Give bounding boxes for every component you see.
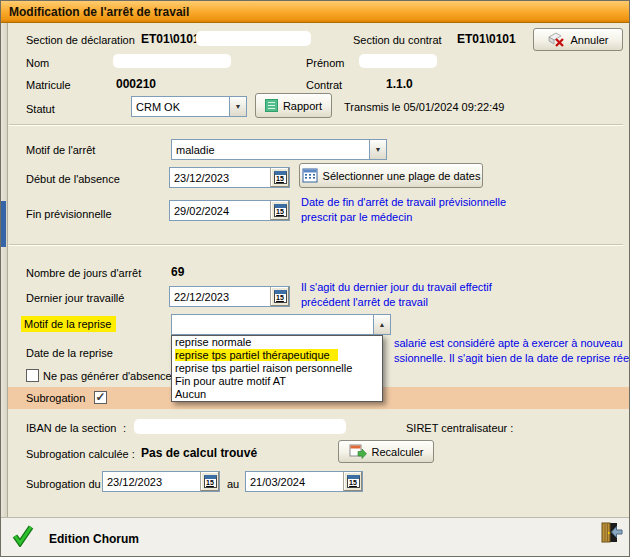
subrogation-du-label: Subrogation du: [26, 478, 101, 491]
motif-reprise-label: Motif de la reprise: [21, 316, 116, 332]
statut-label: Statut: [26, 103, 55, 116]
report-icon: [265, 99, 278, 112]
fin-previsionnelle-datefield[interactable]: 29/02/2024 15: [169, 200, 290, 221]
jours-arret-value: 69: [171, 266, 184, 279]
option-label: Fin pour autre motif AT: [175, 375, 286, 387]
prenom-label: Prénom: [306, 57, 345, 70]
option-label: reprise tps partiel raison personnelle: [175, 362, 352, 374]
section-contrat-label: Section du contrat: [353, 34, 442, 47]
recalculer-button[interactable]: Recalculer: [338, 440, 434, 463]
option-label: Aucun: [175, 388, 206, 400]
date-picker-button[interactable]: 15: [270, 168, 289, 187]
debut-absence-datefield[interactable]: 23/12/2023 15: [169, 167, 290, 188]
iban-colon: :: [123, 422, 126, 435]
subrogation-calculee-value: Pas de calcul trouvé: [141, 447, 257, 460]
jours-arret-label: Nombre de jours d'arrêt: [26, 267, 141, 280]
siret-label: SIRET centralisateur :: [406, 422, 513, 435]
recalculer-label: Recalculer: [372, 446, 424, 458]
window-title: Modification de l'arrêt de travail: [9, 5, 189, 19]
option-label: reprise normale: [175, 336, 251, 348]
section-contrat-value: ET01\0101: [457, 33, 516, 46]
recalculate-calendar-icon: [349, 444, 367, 459]
calendar-icon: 15: [274, 204, 287, 217]
debut-absence-label: Début de l'absence: [26, 173, 120, 186]
separator: [9, 124, 623, 126]
date-picker-button[interactable]: 15: [270, 287, 289, 306]
dernier-jour-help-text: Il s'agit du dernier jour du travail eff…: [301, 281, 492, 294]
dernier-jour-value: 22/12/2023: [170, 287, 270, 306]
dropdown-option[interactable]: reprise tps partiel thérapeutique: [172, 349, 382, 362]
calendar-icon: 15: [274, 171, 287, 184]
motif-reprise-dropdown-list: reprise normale reprise tps partiel thér…: [171, 335, 383, 402]
edition-chorum-label: Edition Chorum: [49, 533, 139, 546]
dernier-jour-label: Dernier jour travaillé: [26, 292, 124, 305]
motif-reprise-value: [172, 315, 373, 334]
reprise-help-text: salarié est considéré apte à exercer à n…: [394, 337, 623, 350]
option-label-highlighted: reprise tps partiel thérapeutique: [175, 349, 338, 361]
select-date-range-label: Sélectionner une plage de dates: [323, 170, 481, 182]
cancel-icon: [548, 32, 566, 47]
annuler-label: Annuler: [571, 34, 609, 46]
date-picker-button[interactable]: 15: [270, 201, 289, 220]
debut-absence-value: 23/12/2023: [170, 168, 270, 187]
annuler-button[interactable]: Annuler: [533, 28, 623, 51]
fin-previsionnelle-value: 29/02/2024: [170, 201, 270, 220]
dernier-jour-help-text: précédent l'arrêt de travail: [301, 296, 428, 309]
subrogation-du-value: 23/12/2023: [103, 472, 200, 491]
ne-pas-generer-label: Ne pas générer d'absence: [43, 370, 172, 383]
separator: [9, 244, 623, 246]
select-date-range-button[interactable]: Sélectionner une plage de dates: [299, 163, 483, 188]
section-declaration-label: Section de déclaration: [26, 34, 135, 47]
calendar-icon: 15: [204, 475, 217, 488]
ne-pas-generer-checkbox[interactable]: [26, 369, 39, 382]
validation-check-icon[interactable]: [12, 525, 34, 547]
rapport-button[interactable]: Rapport: [255, 93, 332, 118]
calendar-grid-icon: [302, 168, 318, 183]
chevron-down-icon[interactable]: ▼: [229, 97, 246, 116]
statut-combobox[interactable]: CRM OK ▼: [131, 96, 247, 117]
dernier-jour-datefield[interactable]: 22/12/2023 15: [169, 286, 290, 307]
fin-help-text: prescrit par le médecin: [301, 211, 412, 224]
subrogation-au-value: 21/03/2024: [246, 472, 343, 491]
chevron-down-icon[interactable]: ▼: [369, 140, 386, 159]
matricule-label: Matricule: [26, 79, 71, 92]
redacted-value: [359, 54, 437, 68]
reprise-help-text: ssionnelle. Il s'agit bien de la date de…: [394, 352, 630, 365]
dropdown-option[interactable]: reprise normale: [172, 336, 382, 349]
subrogation-label: Subrogation: [26, 392, 85, 405]
redacted-value: [196, 31, 311, 46]
calendar-icon: 15: [347, 475, 360, 488]
section-declaration-value: ET01\0101: [141, 33, 200, 46]
dropdown-option[interactable]: Fin pour autre motif AT: [172, 375, 382, 388]
contrat-label: Contrat: [306, 79, 342, 92]
au-label: au: [227, 478, 239, 491]
date-picker-button[interactable]: 15: [343, 472, 362, 491]
dropdown-option[interactable]: reprise tps partiel raison personnelle: [172, 362, 382, 375]
motif-arret-label: Motif de l'arrêt: [26, 144, 95, 157]
dropdown-option[interactable]: Aucun: [172, 388, 382, 401]
subrogation-du-datefield[interactable]: 23/12/2023 15: [102, 471, 220, 492]
subrogation-au-datefield[interactable]: 21/03/2024 15: [245, 471, 363, 492]
date-reprise-label: Date de la reprise: [26, 347, 113, 360]
redacted-value: [113, 54, 231, 68]
subrogation-checkbox[interactable]: ✓: [94, 391, 107, 404]
statut-value: CRM OK: [132, 97, 229, 116]
dialog-window: Modification de l'arrêt de travail Secti…: [0, 0, 630, 557]
motif-reprise-combobox[interactable]: ▲: [171, 314, 391, 335]
motif-arret-combobox[interactable]: maladie ▼: [171, 139, 387, 160]
fin-previsionnelle-label: Fin prévisionnelle: [26, 208, 112, 221]
iban-label: IBAN de la section: [26, 422, 117, 435]
matricule-value: 000210: [116, 78, 156, 91]
subrogation-calculee-label: Subrogation calculée :: [26, 448, 135, 461]
window-left-frame: [1, 23, 8, 557]
contrat-value: 1.1.0: [386, 78, 413, 91]
date-picker-button[interactable]: 15: [200, 472, 219, 491]
chevron-up-icon[interactable]: ▲: [373, 315, 390, 334]
rapport-label: Rapport: [283, 100, 322, 112]
calendar-icon: 15: [274, 290, 287, 303]
transmis-text: Transmis le 05/01/2024 09:22:49: [344, 101, 504, 114]
title-bar[interactable]: Modification de l'arrêt de travail: [1, 1, 630, 23]
exit-door-icon[interactable]: [597, 520, 623, 546]
motif-arret-value: maladie: [172, 140, 369, 159]
fin-help-text: Date de fin d'arrêt de travail prévision…: [301, 196, 506, 209]
